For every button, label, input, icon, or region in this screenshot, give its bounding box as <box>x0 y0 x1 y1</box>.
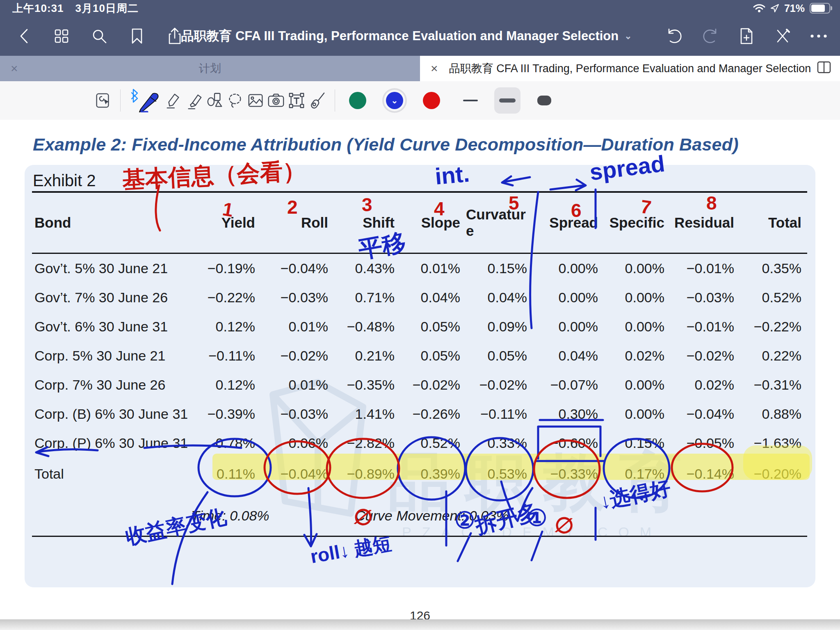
tab-cfa-document[interactable]: × 品职教育 CFA III Trading, Performance Eval… <box>420 56 840 81</box>
tab-label: 计划 <box>199 61 221 76</box>
example-title: Example 2: Fixed-Income Attribution (Yie… <box>33 135 739 155</box>
yellow-highlight-total-row <box>212 454 810 480</box>
shapes-icon <box>205 91 224 110</box>
color-blue-button[interactable]: ⌄ <box>386 92 403 109</box>
redo-button[interactable] <box>701 27 719 45</box>
value-cell: −0.02% <box>261 341 334 370</box>
page-bottom-edge <box>0 619 840 630</box>
eraser-tool-button[interactable] <box>163 89 184 112</box>
value-cell: 0.35% <box>740 253 807 283</box>
table-body: Gov’t. 5% 30 June 21−0.19%−0.04%0.43%0.0… <box>32 253 807 458</box>
value-cell: 0.02% <box>670 370 740 399</box>
eraser-icon <box>164 91 183 110</box>
page-scroll-icon <box>93 91 112 110</box>
value-cell: −0.39% <box>180 399 261 429</box>
table-row: Gov’t. 5% 30 June 21−0.19%−0.04%0.43%0.0… <box>32 253 807 283</box>
undo-button[interactable] <box>665 27 683 45</box>
tab-close-icon[interactable]: × <box>11 62 18 75</box>
tab-bar: × 计划 × 品职教育 CFA III Trading, Performance… <box>0 56 840 81</box>
search-button[interactable] <box>90 27 108 45</box>
value-cell: 0.00% <box>533 253 604 283</box>
more-button[interactable] <box>810 27 828 45</box>
table-row: Gov’t. 7% 30 June 26−0.22%−0.03%0.71%0.0… <box>32 283 807 312</box>
value-cell: 0.00% <box>604 312 670 341</box>
pointer-tool-button[interactable] <box>307 89 327 112</box>
value-cell: −0.31% <box>740 370 807 399</box>
highlighter-icon <box>185 91 203 110</box>
chevron-down-icon: ⌄ <box>624 31 632 41</box>
pen-tool-button[interactable] <box>128 89 163 112</box>
yellow-highlight-total-blob <box>743 445 812 480</box>
highlighter-tool-button[interactable] <box>184 89 204 112</box>
status-bar: 上午10:31 3月10日周二 71% <box>0 0 840 16</box>
table-row: Corp. (B) 6% 30 June 31−0.39%−0.03%1.41%… <box>32 399 807 429</box>
value-cell: 0.00% <box>604 399 670 429</box>
text-tool-button[interactable] <box>286 89 307 112</box>
split-view-icon[interactable] <box>817 61 831 76</box>
stroke-thick-button[interactable] <box>531 87 557 114</box>
ellipsis-icon <box>810 34 827 38</box>
pen-cross-icon <box>774 28 791 44</box>
undo-icon <box>666 28 683 44</box>
bond-name-cell: Corp. 5% 30 June 21 <box>32 341 180 370</box>
value-cell: 0.00% <box>604 253 670 283</box>
value-cell: 0.22% <box>740 341 807 370</box>
value-cell: −0.22% <box>740 312 807 341</box>
color-red-button[interactable] <box>423 92 440 109</box>
value-cell: 0.71% <box>334 283 400 312</box>
back-chevron-icon <box>18 28 29 44</box>
color-green-button[interactable] <box>349 92 366 109</box>
nav-title-text: 品职教育 CFA III Trading, Performance Evalua… <box>181 27 619 45</box>
value-cell: −0.07% <box>533 370 604 399</box>
value-cell: −0.02% <box>466 370 533 399</box>
value-cell: −0.03% <box>261 399 334 429</box>
value-cell: −0.02% <box>670 341 740 370</box>
table-row: Gov’t. 6% 30 June 310.12%0.01%−0.48%0.05… <box>32 312 807 341</box>
tab-plan[interactable]: × 计划 <box>0 56 420 81</box>
value-cell: 0.30% <box>533 399 604 429</box>
value-cell: −0.11% <box>466 399 533 429</box>
footnote-curve: Curve Movement: 0.03% <box>355 508 509 524</box>
lasso-icon <box>226 91 244 110</box>
stroke-thin-button[interactable] <box>457 87 484 114</box>
value-cell: −0.01% <box>670 253 740 283</box>
page-scroll-tool-button[interactable] <box>92 89 113 112</box>
value-cell: −0.19% <box>180 253 261 283</box>
value-cell: −0.35% <box>334 370 400 399</box>
status-time: 上午10:31 <box>12 1 64 16</box>
search-icon <box>91 28 107 44</box>
value-cell: 0.12% <box>180 370 261 399</box>
toolbar-toggle-button[interactable] <box>774 27 792 45</box>
thin-stroke-icon <box>463 100 478 101</box>
tab-close-icon[interactable]: × <box>431 62 438 75</box>
wifi-icon <box>753 3 765 13</box>
add-page-button[interactable] <box>737 27 756 45</box>
bond-name-cell: Gov’t. 7% 30 June 26 <box>32 283 180 312</box>
image-tool-button[interactable] <box>245 89 266 112</box>
column-header: Specific <box>604 192 670 253</box>
stroke-medium-button[interactable] <box>494 87 520 114</box>
column-header: Roll <box>261 192 334 253</box>
value-cell: 0.00% <box>604 370 670 399</box>
pages-grid-button[interactable] <box>52 27 71 45</box>
redo-icon <box>702 28 719 44</box>
add-page-icon <box>740 27 753 45</box>
value-cell: −0.26% <box>400 399 466 429</box>
bond-name-cell: Gov’t. 6% 30 June 31 <box>32 312 180 341</box>
value-cell: 0.05% <box>466 341 533 370</box>
document-title-bar[interactable]: 品职教育 CFA III Trading, Performance Evalua… <box>181 27 632 45</box>
exhibit-label: Exhibit 2 <box>33 171 96 190</box>
exhibit-table: BondYieldRollShiftSlopeCurvatureSpreadSp… <box>32 191 807 490</box>
value-cell: 0.00% <box>604 283 670 312</box>
lasso-tool-button[interactable] <box>225 89 245 112</box>
back-button[interactable] <box>15 27 33 45</box>
shapes-tool-button[interactable] <box>204 89 225 112</box>
column-header: Total <box>740 192 807 253</box>
note-page-canvas[interactable]: Example 2: Fixed-Income Attribution (Yie… <box>0 120 840 630</box>
value-cell: −0.03% <box>261 283 334 312</box>
bond-name-cell: Gov’t. 5% 30 June 21 <box>32 253 180 283</box>
exhibit-panel: Exhibit 2 品职教育 PZACADEMY.COM BondYieldRo… <box>25 165 815 587</box>
bookmark-button[interactable] <box>128 27 146 45</box>
camera-tool-button[interactable] <box>266 89 286 112</box>
value-cell: 0.01% <box>261 370 334 399</box>
